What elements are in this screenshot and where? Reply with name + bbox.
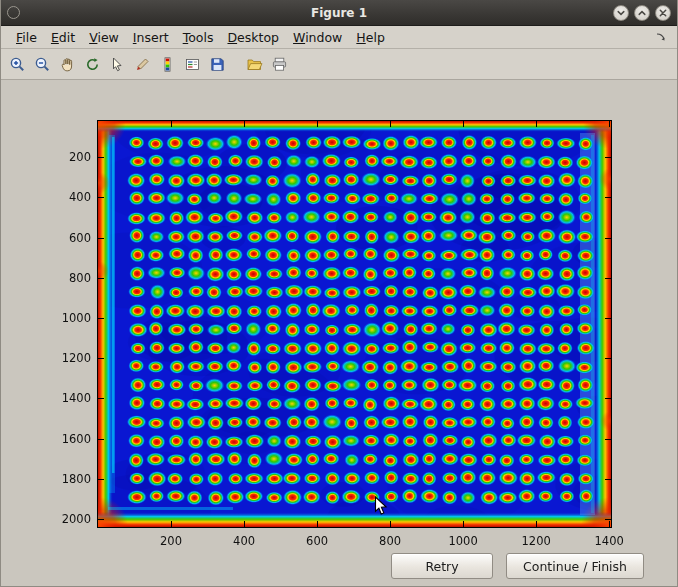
zoom-in-button[interactable] — [6, 52, 29, 76]
colorbar-button[interactable] — [156, 52, 179, 76]
zoom-in-icon — [9, 56, 26, 73]
open-button[interactable] — [243, 52, 266, 76]
save-button[interactable] — [206, 52, 229, 76]
figure-content: 2004006008001000120014002004006008001000… — [1, 80, 678, 587]
tick-label: 200 — [39, 150, 91, 164]
tick-label: 1600 — [39, 432, 91, 446]
menubar: File Edit View Insert Tools Desktop Wind… — [1, 26, 677, 49]
chevron-down-icon — [616, 8, 626, 18]
rotate-icon — [84, 56, 101, 73]
tick-label: 2000 — [39, 512, 91, 526]
retry-button[interactable]: Retry — [391, 553, 493, 579]
microarray-image[interactable] — [98, 121, 611, 527]
close-icon — [658, 8, 668, 18]
titlebar[interactable]: Figure 1 — [1, 0, 677, 26]
undock-arrow-icon[interactable] — [655, 31, 669, 43]
tick-label: 600 — [39, 231, 91, 245]
menu-file[interactable]: File — [9, 28, 44, 47]
colorbar-icon — [159, 56, 176, 73]
tick-label: 1200 — [39, 351, 91, 365]
close-button[interactable] — [655, 5, 671, 21]
figure-window: Figure 1 File Edit View Insert Tools Des… — [0, 0, 678, 587]
menu-window[interactable]: Window — [286, 28, 349, 47]
data-cursor-button[interactable] — [106, 52, 129, 76]
rotate-3d-button[interactable] — [81, 52, 104, 76]
maximize-button[interactable] — [634, 5, 650, 21]
menu-insert[interactable]: Insert — [126, 28, 176, 47]
menu-tools[interactable]: Tools — [176, 28, 221, 47]
tick-label: 1800 — [39, 472, 91, 486]
continue-finish-button[interactable]: Continue / Finish — [506, 553, 644, 579]
tick-label: 1000 — [39, 311, 91, 325]
open-folder-icon — [246, 56, 263, 73]
hand-icon — [59, 56, 76, 73]
legend-icon — [184, 56, 201, 73]
toolbar-separator — [230, 49, 242, 79]
brush-button[interactable] — [131, 52, 154, 76]
print-button[interactable] — [268, 52, 291, 76]
printer-icon — [271, 56, 288, 73]
pan-button[interactable] — [56, 52, 79, 76]
minimize-button[interactable] — [613, 5, 629, 21]
window-menu-icon[interactable] — [7, 6, 20, 19]
menu-help[interactable]: Help — [349, 28, 392, 47]
zoom-out-icon — [34, 56, 51, 73]
tick-label: 800 — [379, 534, 401, 548]
action-buttons: Retry Continue / Finish — [391, 553, 644, 579]
window-title: Figure 1 — [1, 6, 677, 20]
tick-label: 1400 — [595, 534, 624, 548]
plot-axes[interactable] — [97, 120, 612, 528]
menu-edit[interactable]: Edit — [44, 28, 82, 47]
chevron-up-icon — [637, 8, 647, 18]
tick-label: 800 — [39, 271, 91, 285]
legend-button[interactable] — [181, 52, 204, 76]
brush-icon — [134, 56, 151, 73]
save-icon — [209, 56, 226, 73]
tick-label: 1400 — [39, 391, 91, 405]
zoom-out-button[interactable] — [31, 52, 54, 76]
menu-view[interactable]: View — [82, 28, 126, 47]
menu-desktop[interactable]: Desktop — [220, 28, 286, 47]
tick-label: 400 — [39, 190, 91, 204]
tick-label: 1000 — [448, 534, 477, 548]
toolbar — [1, 49, 677, 80]
tick-label: 600 — [306, 534, 328, 548]
cursor-icon — [109, 56, 126, 73]
tick-label: 400 — [233, 534, 255, 548]
tick-label: 1200 — [522, 534, 551, 548]
tick-label: 200 — [160, 534, 182, 548]
